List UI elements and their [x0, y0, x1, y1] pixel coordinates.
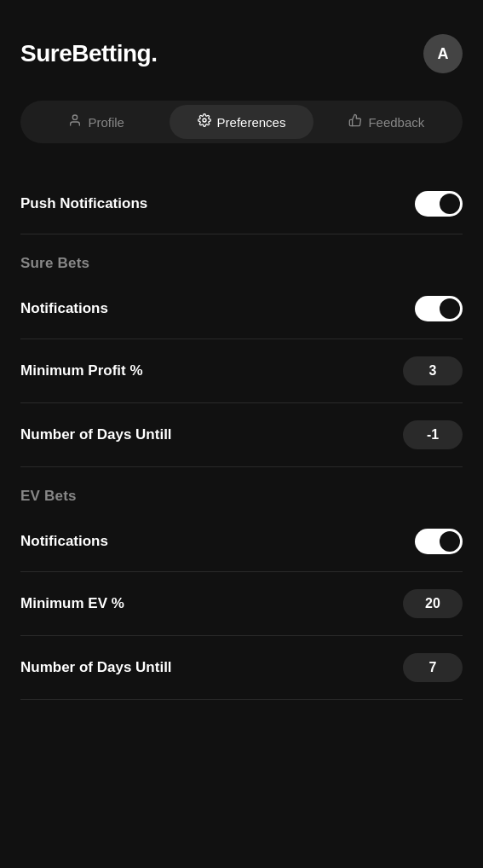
ev-bets-min-ev-value[interactable]: 20 [403, 589, 463, 618]
ev-bets-notifications-label: Notifications [20, 533, 108, 550]
sure-bets-days-label: Number of Days Untill [20, 426, 172, 443]
sure-bets-min-profit-label: Minimum Profit % [20, 362, 143, 379]
ev-bets-days-label: Number of Days Untill [20, 659, 172, 676]
sure-bets-days-row: Number of Days Untill -1 [20, 403, 463, 467]
sure-bets-days-value[interactable]: -1 [403, 420, 463, 449]
ev-bets-days-value[interactable]: 7 [403, 653, 463, 682]
ev-bets-notifications-row: Notifications [20, 512, 463, 572]
tab-preferences-label: Preferences [217, 115, 286, 130]
tabs-bar: Profile Preferences Feedback [20, 101, 463, 143]
push-notifications-thumb [440, 194, 460, 214]
tab-profile-label: Profile [88, 115, 124, 130]
ev-bets-notifications-toggle[interactable] [415, 529, 463, 554]
ev-bets-title: EV Bets [20, 488, 77, 504]
push-notifications-row: Push Notifications [20, 174, 463, 234]
ev-bets-notifications-track [415, 529, 463, 554]
sure-bets-notifications-toggle[interactable] [415, 296, 463, 321]
push-notifications-toggle[interactable] [415, 191, 463, 217]
sure-bets-min-profit-row: Minimum Profit % 3 [20, 339, 463, 403]
sure-bets-notifications-row: Notifications [20, 279, 463, 339]
ev-bets-section-header: EV Bets [20, 467, 463, 512]
tab-feedback[interactable]: Feedback [315, 105, 458, 139]
feedback-icon [348, 113, 362, 130]
push-notifications-track [415, 191, 463, 217]
header: SureBetting. A [20, 34, 463, 73]
ev-bets-days-row: Number of Days Untill 7 [20, 636, 463, 700]
svg-point-0 [73, 115, 78, 119]
tab-preferences[interactable]: Preferences [170, 105, 313, 139]
sure-bets-title: Sure Bets [20, 255, 89, 271]
app-logo: SureBetting. [20, 40, 157, 67]
profile-icon [68, 113, 82, 130]
sure-bets-section-header: Sure Bets [20, 234, 463, 279]
sure-bets-notifications-track [415, 296, 463, 321]
sure-bets-min-profit-value[interactable]: 3 [403, 356, 463, 385]
svg-point-1 [203, 119, 206, 122]
ev-bets-notifications-thumb [440, 531, 460, 552]
tab-profile[interactable]: Profile [25, 105, 168, 139]
preferences-icon [198, 113, 211, 130]
app-container: SureBetting. A Profile Preferences [0, 0, 483, 734]
avatar[interactable]: A [423, 34, 463, 73]
sure-bets-notifications-thumb [440, 298, 460, 319]
tab-feedback-label: Feedback [368, 115, 424, 130]
sure-bets-notifications-label: Notifications [20, 300, 108, 317]
ev-bets-min-ev-row: Minimum EV % 20 [20, 572, 463, 636]
push-notifications-label: Push Notifications [20, 195, 147, 212]
ev-bets-min-ev-label: Minimum EV % [20, 595, 124, 612]
